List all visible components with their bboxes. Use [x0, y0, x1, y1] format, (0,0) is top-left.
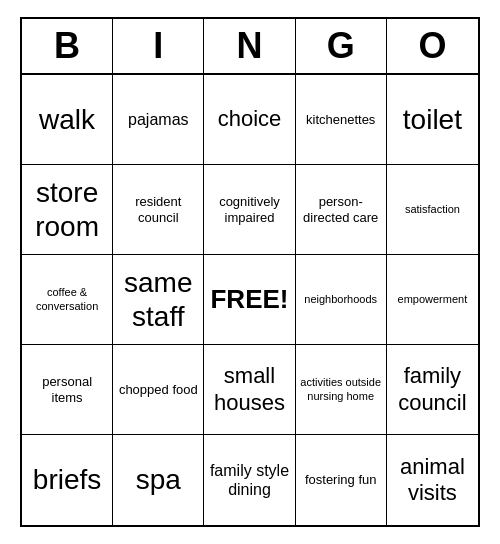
bingo-cell-5: store room [22, 165, 113, 255]
bingo-cell-13: neighborhoods [296, 255, 387, 345]
bingo-cell-6: resident council [113, 165, 204, 255]
bingo-cell-24: animal visits [387, 435, 478, 525]
bingo-cell-0: walk [22, 75, 113, 165]
bingo-header: B I N G O [22, 19, 478, 75]
bingo-cell-20: briefs [22, 435, 113, 525]
header-o: O [387, 19, 478, 73]
bingo-cell-18: activities outside nursing home [296, 345, 387, 435]
bingo-cell-19: family council [387, 345, 478, 435]
bingo-cell-3: kitchenettes [296, 75, 387, 165]
bingo-cell-23: fostering fun [296, 435, 387, 525]
bingo-card: B I N G O walkpajamaschoicekitchenettest… [20, 17, 480, 527]
bingo-cell-12: FREE! [204, 255, 295, 345]
header-b: B [22, 19, 113, 73]
bingo-cell-16: chopped food [113, 345, 204, 435]
bingo-cell-14: empowerment [387, 255, 478, 345]
bingo-grid: walkpajamaschoicekitchenettestoiletstore… [22, 75, 478, 525]
header-g: G [296, 19, 387, 73]
bingo-cell-21: spa [113, 435, 204, 525]
bingo-cell-11: same staff [113, 255, 204, 345]
bingo-cell-4: toilet [387, 75, 478, 165]
header-i: I [113, 19, 204, 73]
bingo-cell-15: personal items [22, 345, 113, 435]
bingo-cell-8: person-directed care [296, 165, 387, 255]
bingo-cell-9: satisfaction [387, 165, 478, 255]
bingo-cell-10: coffee & conversation [22, 255, 113, 345]
bingo-cell-2: choice [204, 75, 295, 165]
bingo-cell-17: small houses [204, 345, 295, 435]
bingo-cell-7: cognitively impaired [204, 165, 295, 255]
header-n: N [204, 19, 295, 73]
bingo-cell-22: family style dining [204, 435, 295, 525]
bingo-cell-1: pajamas [113, 75, 204, 165]
